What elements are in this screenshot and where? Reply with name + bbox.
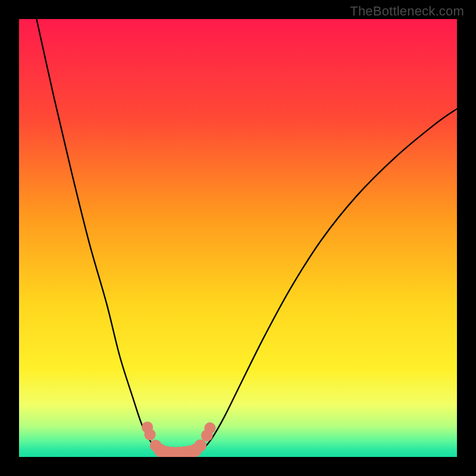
chart-frame: TheBottleneck.com <box>0 0 476 476</box>
valley-marker <box>194 440 206 452</box>
chart-svg <box>19 19 457 457</box>
valley-marker <box>204 422 215 434</box>
watermark-label: TheBottleneck.com <box>350 4 464 19</box>
gradient-background <box>19 19 457 457</box>
plot-area <box>19 19 457 457</box>
valley-marker <box>144 429 155 440</box>
